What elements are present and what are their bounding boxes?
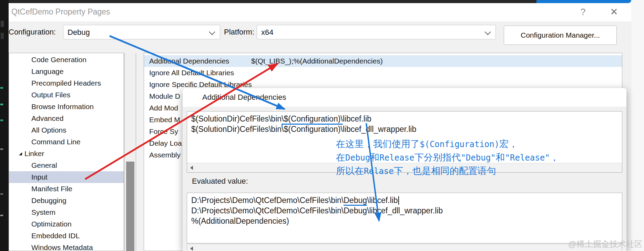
dependency-line: $(SolutionDir)CefFiles\bin\$(Configurati… [191,114,371,123]
chevron-down-icon [209,29,215,35]
configuration-macro-highlight: \$(Configuration)\ [282,124,343,134]
property-label: Additional Dependencies [149,55,229,67]
tree-scrollbar-thumb[interactable] [126,162,134,251]
sidebar-item-embedded-idl[interactable]: Embedded IDL [9,230,124,242]
sidebar-item-manifest-file[interactable]: Manifest File [9,183,124,195]
sidebar-item-input[interactable]: Input [9,171,124,183]
sidebar-item-label: Embedded IDL [31,232,80,240]
property-row[interactable]: Ignore All Default Libraries [144,67,622,79]
sidebar-item-label: Precompiled Headers [31,79,101,87]
property-label: Delay Loa [149,137,182,149]
property-pages-dialog: QtCefDemo Property Pages ? × Configurati… [0,0,644,251]
sidebar-item-debugging[interactable]: Debugging [9,195,124,206]
property-label: Assembly [149,149,181,161]
sidebar-item-browse-information[interactable]: Browse Information [9,101,124,113]
chevron-down-icon [484,29,491,35]
configuration-manager-button[interactable]: Configuration Manager... [504,26,617,45]
close-button[interactable]: × [605,3,623,20]
evaluated-value-box[interactable]: D:\Projects\Demo\QtCefDemo\CefFiles\bin\… [187,193,622,243]
dependencies-text: $(SolutionDir)CefFiles\bin\$(Configurati… [191,114,416,134]
background-icon [0,119,3,121]
annotation-note: 在这里，我们使用了$(Configuration)宏， 在Debug和Relea… [336,137,559,178]
watermark: @稀土掘金技术社区 [568,239,643,250]
settings-tree: Code GenerationLanguagePrecompiled Heade… [9,53,124,251]
background-icon [0,87,3,89]
sidebar-item-label: System [31,208,55,216]
debug-underline: Debug [344,196,367,206]
sidebar-item-windows-metadata[interactable]: Windows Metadata [9,242,124,251]
platform-label: Platform: [224,28,254,37]
property-row[interactable]: Additional Dependencies$(Qt_LIBS_);%(Add… [144,55,622,67]
sidebar-item-label: All Options [31,126,67,134]
dependency-line: libcef_dll_wrapper.lib [343,125,417,134]
text-caret [398,196,399,205]
evaluated-line: D:\Projects\Demo\QtCefDemo\CefFiles\bin\ [191,196,344,205]
sidebar-item-system[interactable]: System [9,206,124,218]
scroll-left-icon[interactable] [190,247,193,251]
sidebar-item-command-line[interactable]: Command Line [9,136,124,148]
sidebar-item-label: Manifest File [31,185,72,193]
configuration-label: Configuration: [9,28,56,37]
dialog-titlebar: QtCefDemo Property Pages ? × [9,3,631,21]
right-background-strip [631,0,644,251]
top-window-edge [9,0,536,3]
evaluated-value-label: Evaluated value: [192,177,248,186]
popup-title: Additional Dependencies [202,93,286,102]
sidebar-item-label: Input [31,173,48,181]
annotation-line: 在Debug和Release下分别指代"Debug"和"Release"， [336,151,559,164]
sidebar-item-label: Optimization [31,220,72,228]
configuration-dropdown[interactable]: Debug [63,25,220,39]
sidebar-item-label: Linker [24,149,44,157]
sidebar-item-general[interactable]: General [9,160,124,171]
scroll-left-icon[interactable] [190,166,193,170]
property-label: Ignore All Default Libraries [149,67,234,79]
sidebar-item-output-files[interactable]: Output Files [9,89,124,101]
tree-expanded-icon[interactable] [19,152,22,155]
sidebar-item-label: Code Generation [31,56,86,64]
evaluated-line: D:\Projects\Demo\QtCefDemo\CefFiles\bin\… [191,206,443,215]
popup-titlebar: Additional Dependencies [183,88,626,107]
background-icon [0,104,3,105]
sidebar-item-advanced[interactable]: Advanced [9,113,124,124]
horizontal-scrollbar[interactable] [187,244,622,251]
property-label: Add Mod [149,102,178,114]
background-app-edge [0,0,9,251]
dependency-line: $(SolutionDir)CefFiles\bin [191,125,282,134]
evaluated-line: \libcef.lib [367,196,398,205]
background-icon [0,193,3,195]
sidebar-item-language[interactable]: Language [9,66,124,77]
annotation-line: 在这里，我们使用了$(Configuration)宏， [336,137,559,151]
top-window-edge-accent [536,0,631,3]
tree-scrollbar[interactable] [124,53,136,251]
background-icon [1,21,4,27]
sidebar-item-label: Advanced [31,114,63,122]
platform-value: x64 [261,28,273,37]
property-label: Embed M [149,114,180,126]
evaluated-text: D:\Projects\Demo\QtCefDemo\CefFiles\bin\… [191,195,443,226]
help-button[interactable]: ? [575,4,591,20]
background-icon [1,33,4,39]
sidebar-item-all-options[interactable]: All Options [9,124,124,136]
platform-dropdown[interactable]: x64 [257,25,496,39]
property-label: Force Sy [149,126,178,137]
sidebar-item-label: Output Files [31,91,70,99]
configuration-value: Debug [68,28,90,37]
sidebar-item-label: Command Line [31,138,80,146]
dialog-title: QtCefDemo Property Pages [11,7,110,17]
sidebar-item-optimization[interactable]: Optimization [9,218,124,230]
property-value: $(Qt_LIBS_);%(AdditionalDependencies) [251,55,383,67]
sidebar-item-precompiled-headers[interactable]: Precompiled Headers [9,77,124,89]
annotation-line: 所以在Relase下，也是相同的配置语句 [336,164,559,178]
evaluated-line: %(AdditionalDependencies) [191,216,289,225]
sidebar-item-linker[interactable]: Linker [9,148,124,160]
sidebar-item-label: General [31,161,57,169]
property-label: Module D [149,90,180,102]
background-icon [0,148,3,150]
background-icon [0,215,3,216]
sidebar-item-label: Debugging [31,196,67,204]
sidebar-item-label: Windows Metadata [31,243,93,251]
sidebar-item-label: Language [31,67,63,75]
sidebar-item-label: Browse Information [31,103,94,110]
sidebar-item-code-generation[interactable]: Code Generation [9,54,124,66]
